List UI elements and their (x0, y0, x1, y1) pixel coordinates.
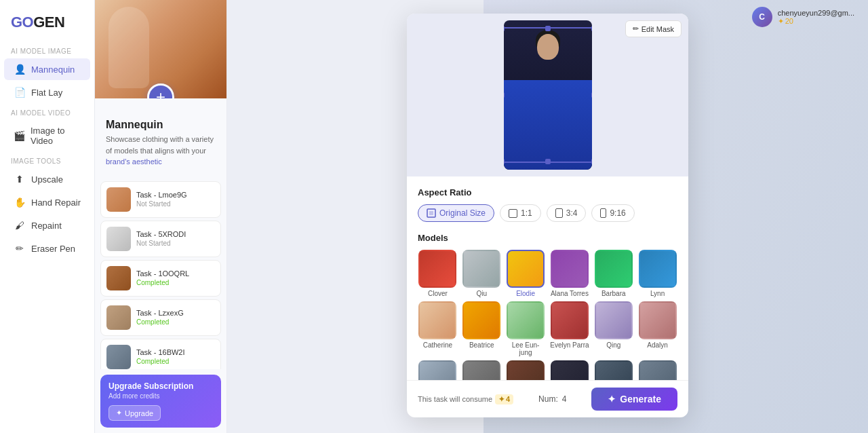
model-avatar-elodie (507, 250, 545, 288)
consume-info: This task will consume ✦ 4 (418, 394, 513, 404)
model-card-m4[interactable] (549, 360, 589, 380)
original-size-icon (427, 208, 436, 218)
model-avatar-evelyn-parra (551, 301, 589, 339)
selection-handle-tm[interactable] (545, 26, 551, 31)
model-avatar-qing (595, 301, 633, 339)
model-card-adalyn[interactable]: Adalyn (637, 301, 677, 356)
sidebar-item-image-to-video[interactable]: 🎬 Image to Video (4, 120, 90, 151)
sidebar-item-label: Mannequin (31, 64, 75, 75)
aspect-original-button[interactable]: Original Size (418, 204, 494, 222)
aspect-3-4-icon (555, 208, 563, 218)
aspect-3-4-button[interactable]: 3:4 (547, 204, 587, 222)
model-avatar-m1 (418, 360, 456, 380)
model-card-elodie[interactable]: Elodie (506, 250, 546, 297)
task-info: Task - 16BW2I Completed (136, 348, 215, 365)
credit-consume-badge: ✦ 4 (495, 394, 513, 404)
logo-text: GOGEN (11, 14, 83, 31)
selection-handle-tr[interactable] (591, 26, 592, 31)
model-card-clover[interactable]: Clover (418, 250, 458, 297)
task-thumbnail (106, 345, 131, 369)
task-item[interactable]: Task - 16BW2I Completed (100, 339, 221, 370)
task-item[interactable]: Task - 1OOQRL Completed (100, 260, 221, 297)
task-item[interactable]: Task - 5XRODI Not Started (100, 221, 221, 257)
task-thumbnail (106, 266, 131, 290)
model-card-m5[interactable] (593, 360, 633, 380)
user-credits: ✦ 20 (778, 17, 854, 26)
model-card-alana-torres[interactable]: Alana Torres (549, 250, 589, 297)
models-grid: Clover Qiu Elodie Alana Torres Barbara (418, 250, 677, 380)
task-item[interactable]: Task - LzxexG Completed (100, 299, 221, 336)
repaint-icon: 🖌 (14, 220, 26, 231)
upgrade-button[interactable]: ✦ Upgrade (108, 405, 161, 421)
model-avatar-lee-eun-jung (507, 301, 545, 339)
model-card-m6[interactable] (637, 360, 677, 380)
upscale-icon: ⬆ (14, 174, 26, 185)
sidebar-item-eraser-pen[interactable]: ✏ Eraser Pen (4, 238, 90, 259)
model-card-beatrice[interactable]: Beatrice (462, 301, 502, 356)
model-card-qiu[interactable]: Qiu (462, 250, 502, 297)
aspect-1-1-button[interactable]: 1:1 (500, 204, 541, 222)
ai-model-image-section-label: AI MODEL IMAGE (0, 42, 94, 58)
image-to-video-icon: 🎬 (14, 130, 25, 141)
models-label: Models (418, 233, 677, 243)
credit-icon: ✦ (778, 17, 784, 26)
user-info: chenyueyun299@gm... ✦ 20 (778, 9, 854, 26)
model-card-m1[interactable] (418, 360, 458, 380)
hand-repair-icon: ✋ (14, 197, 26, 208)
upgrade-subtitle: Add more credits (108, 392, 213, 400)
task-item[interactable]: Task - Lmoe9G Not Started (100, 181, 221, 218)
model-card-m3[interactable] (506, 360, 546, 380)
mannequin-icon: 👤 (14, 64, 26, 75)
sidebar-item-flat-lay[interactable]: 📄 Flat Lay (4, 81, 90, 103)
model-card-evelyn-parra[interactable]: Evelyn Parra (549, 301, 589, 356)
sidebar-item-hand-repair[interactable]: ✋ Hand Repair (4, 191, 90, 213)
num-value: 4 (562, 394, 567, 404)
task-info: Task - 5XRODI Not Started (136, 230, 215, 247)
modal-content: Aspect Ratio Original Size 1:1 3:4 9:16 (407, 176, 688, 380)
sidebar-item-repaint[interactable]: 🖌 Repaint (4, 214, 90, 236)
model-card-lee-eun-jung[interactable]: Lee Eun-jung (506, 301, 546, 356)
modal-image-area: ✏ Edit Mask (407, 14, 688, 176)
aspect-1-1-icon (509, 209, 517, 218)
model-avatar-m3 (507, 360, 545, 380)
flat-lay-icon: 📄 (14, 87, 26, 98)
mannequin-title: Mannequin (106, 119, 216, 131)
model-card-barbara[interactable]: Barbara (593, 250, 633, 297)
model-avatar-qiu (462, 250, 500, 288)
selection-handle-bm[interactable] (545, 159, 551, 164)
selection-handle-lm[interactable] (504, 92, 505, 98)
sidebar-item-label: Flat Lay (31, 88, 62, 98)
model-avatar-m6 (639, 360, 677, 380)
model-card-lynn[interactable]: Lynn (637, 250, 677, 297)
model-card-m2[interactable] (462, 360, 502, 380)
generate-button[interactable]: ✦ Generate (591, 388, 677, 411)
logo: GOGEN (0, 8, 94, 42)
sidebar-item-mannequin[interactable]: 👤 Mannequin (4, 58, 90, 80)
aspect-ratio-label: Aspect Ratio (418, 187, 677, 197)
credit-icon: ✦ (498, 395, 505, 404)
brand-link[interactable]: brand's aesthetic (106, 157, 162, 166)
task-info: Task - LzxexG Completed (136, 309, 215, 326)
edit-mask-button[interactable]: ✏ Edit Mask (625, 20, 682, 37)
num-control: Num: 4 (538, 394, 566, 404)
model-card-catherine[interactable]: Catherine (418, 301, 458, 356)
aspect-9-16-icon (600, 208, 606, 218)
model-avatar-clover (418, 250, 456, 288)
header: C chenyueyun299@gm... ✦ 20 (738, 0, 868, 34)
model-preview-image (504, 20, 592, 170)
model-avatar-m5 (595, 360, 633, 380)
task-panel: + Mannequin Showcase clothing with a var… (95, 0, 227, 433)
selection-handle-rm[interactable] (591, 92, 592, 98)
aspect-9-16-button[interactable]: 9:16 (591, 204, 634, 222)
sidebar-item-label: Eraser Pen (31, 244, 75, 254)
selection-handle-bl[interactable] (504, 159, 505, 164)
mannequin-description: Showcase clothing with a variety of mode… (106, 134, 216, 168)
selection-handle-tl[interactable] (504, 26, 505, 31)
model-card-qing[interactable]: Qing (593, 301, 633, 356)
task-info: Task - Lmoe9G Not Started (136, 191, 215, 208)
eraser-pen-icon: ✏ (14, 243, 26, 254)
selection-handle-br[interactable] (591, 159, 592, 164)
sidebar-item-upscale[interactable]: ⬆ Upscale (4, 168, 90, 190)
task-thumbnail (106, 187, 131, 212)
upgrade-box: Upgrade Subscription Add more credits ✦ … (100, 375, 221, 428)
